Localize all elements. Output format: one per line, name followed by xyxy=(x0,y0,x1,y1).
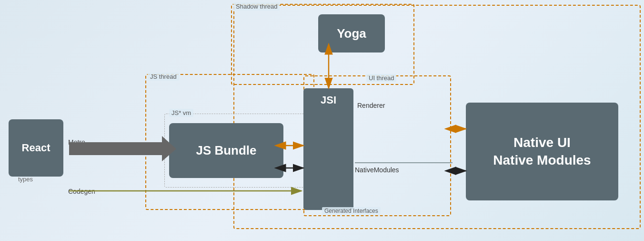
jsi-divider xyxy=(355,162,453,163)
react-node: React xyxy=(9,119,63,177)
diagram: Shadow thread JS thread UI thread JS* vm… xyxy=(0,0,644,241)
jsi-block: JSI xyxy=(303,88,353,210)
ui-thread-label: UI thread xyxy=(366,74,396,82)
shadow-thread-label: Shadow thread xyxy=(233,2,280,10)
metro-label: Metro xyxy=(68,138,85,146)
nativemodules-label: NativeModules xyxy=(355,166,399,174)
jsvm-label: JS* vm xyxy=(169,109,193,117)
js-thread-label: JS thread xyxy=(148,73,179,81)
yoga-node: Yoga xyxy=(318,14,385,52)
codegen-label: Codegen xyxy=(68,188,95,195)
jsbundle-node: JS Bundle xyxy=(169,123,283,178)
gen-interfaces-label: Generated Interfaces xyxy=(322,207,381,215)
react-types-label: types xyxy=(18,176,33,183)
native-ui-node: Native UINative Modules xyxy=(466,103,618,200)
renderer-label: Renderer xyxy=(357,102,385,109)
